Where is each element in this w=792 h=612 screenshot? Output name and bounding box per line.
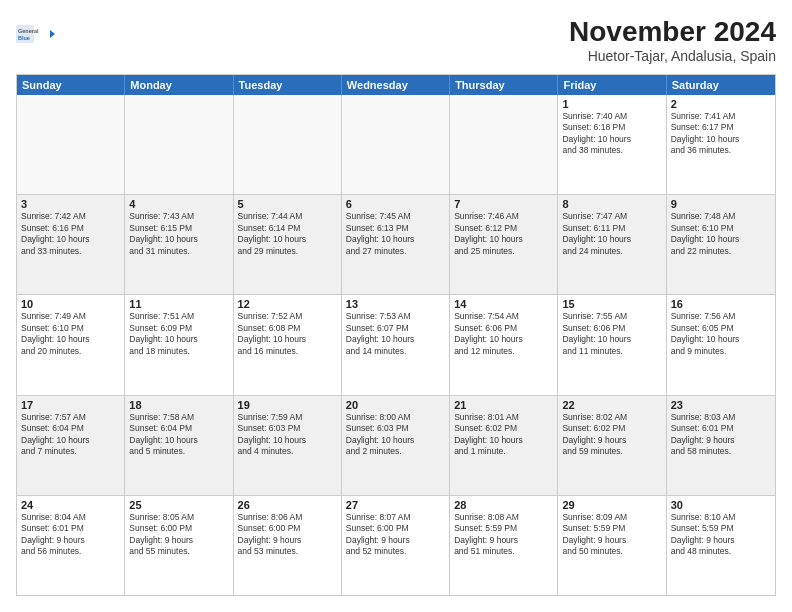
svg-text:General: General: [18, 28, 39, 34]
day-info: Sunrise: 7:44 AM Sunset: 6:14 PM Dayligh…: [238, 211, 337, 257]
day-number: 28: [454, 499, 553, 511]
week-row-1: 1Sunrise: 7:40 AM Sunset: 6:18 PM Daylig…: [17, 95, 775, 195]
day-info: Sunrise: 7:47 AM Sunset: 6:11 PM Dayligh…: [562, 211, 661, 257]
day-number: 21: [454, 399, 553, 411]
weekday-header-tuesday: Tuesday: [234, 75, 342, 95]
header: General Blue November 2024 Huetor-Tajar,…: [16, 16, 776, 64]
weekday-header-wednesday: Wednesday: [342, 75, 450, 95]
week-row-4: 17Sunrise: 7:57 AM Sunset: 6:04 PM Dayli…: [17, 396, 775, 496]
day-number: 19: [238, 399, 337, 411]
day-info: Sunrise: 8:00 AM Sunset: 6:03 PM Dayligh…: [346, 412, 445, 458]
day-number: 27: [346, 499, 445, 511]
day-info: Sunrise: 8:09 AM Sunset: 5:59 PM Dayligh…: [562, 512, 661, 558]
day-info: Sunrise: 7:56 AM Sunset: 6:05 PM Dayligh…: [671, 311, 771, 357]
day-number: 9: [671, 198, 771, 210]
weekday-header-sunday: Sunday: [17, 75, 125, 95]
day-number: 7: [454, 198, 553, 210]
calendar-cell: 17Sunrise: 7:57 AM Sunset: 6:04 PM Dayli…: [17, 396, 125, 495]
calendar-cell: 30Sunrise: 8:10 AM Sunset: 5:59 PM Dayli…: [667, 496, 775, 595]
day-number: 14: [454, 298, 553, 310]
day-info: Sunrise: 7:42 AM Sunset: 6:16 PM Dayligh…: [21, 211, 120, 257]
week-row-5: 24Sunrise: 8:04 AM Sunset: 6:01 PM Dayli…: [17, 496, 775, 595]
calendar-cell: 4Sunrise: 7:43 AM Sunset: 6:15 PM Daylig…: [125, 195, 233, 294]
calendar-cell: 9Sunrise: 7:48 AM Sunset: 6:10 PM Daylig…: [667, 195, 775, 294]
day-info: Sunrise: 7:45 AM Sunset: 6:13 PM Dayligh…: [346, 211, 445, 257]
calendar-cell: 25Sunrise: 8:05 AM Sunset: 6:00 PM Dayli…: [125, 496, 233, 595]
logo-svg: General Blue: [16, 16, 56, 52]
calendar-cell: [17, 95, 125, 194]
calendar-cell: 27Sunrise: 8:07 AM Sunset: 6:00 PM Dayli…: [342, 496, 450, 595]
calendar-cell: 11Sunrise: 7:51 AM Sunset: 6:09 PM Dayli…: [125, 295, 233, 394]
location-subtitle: Huetor-Tajar, Andalusia, Spain: [569, 48, 776, 64]
day-info: Sunrise: 7:46 AM Sunset: 6:12 PM Dayligh…: [454, 211, 553, 257]
day-info: Sunrise: 7:41 AM Sunset: 6:17 PM Dayligh…: [671, 111, 771, 157]
calendar-cell: 15Sunrise: 7:55 AM Sunset: 6:06 PM Dayli…: [558, 295, 666, 394]
calendar: SundayMondayTuesdayWednesdayThursdayFrid…: [16, 74, 776, 596]
logo: General Blue: [16, 16, 56, 52]
page: General Blue November 2024 Huetor-Tajar,…: [0, 0, 792, 612]
day-info: Sunrise: 7:51 AM Sunset: 6:09 PM Dayligh…: [129, 311, 228, 357]
calendar-cell: [450, 95, 558, 194]
day-info: Sunrise: 7:52 AM Sunset: 6:08 PM Dayligh…: [238, 311, 337, 357]
day-number: 15: [562, 298, 661, 310]
calendar-cell: 6Sunrise: 7:45 AM Sunset: 6:13 PM Daylig…: [342, 195, 450, 294]
calendar-cell: 24Sunrise: 8:04 AM Sunset: 6:01 PM Dayli…: [17, 496, 125, 595]
svg-text:Blue: Blue: [18, 35, 30, 41]
calendar-cell: [125, 95, 233, 194]
day-number: 22: [562, 399, 661, 411]
day-number: 23: [671, 399, 771, 411]
day-info: Sunrise: 7:55 AM Sunset: 6:06 PM Dayligh…: [562, 311, 661, 357]
weekday-header-saturday: Saturday: [667, 75, 775, 95]
day-number: 24: [21, 499, 120, 511]
weekday-header-monday: Monday: [125, 75, 233, 95]
day-info: Sunrise: 7:49 AM Sunset: 6:10 PM Dayligh…: [21, 311, 120, 357]
calendar-body: 1Sunrise: 7:40 AM Sunset: 6:18 PM Daylig…: [17, 95, 775, 595]
day-info: Sunrise: 8:04 AM Sunset: 6:01 PM Dayligh…: [21, 512, 120, 558]
month-year-title: November 2024: [569, 16, 776, 48]
day-info: Sunrise: 8:07 AM Sunset: 6:00 PM Dayligh…: [346, 512, 445, 558]
day-number: 10: [21, 298, 120, 310]
calendar-cell: 23Sunrise: 8:03 AM Sunset: 6:01 PM Dayli…: [667, 396, 775, 495]
day-info: Sunrise: 7:58 AM Sunset: 6:04 PM Dayligh…: [129, 412, 228, 458]
day-number: 26: [238, 499, 337, 511]
day-number: 5: [238, 198, 337, 210]
calendar-cell: 7Sunrise: 7:46 AM Sunset: 6:12 PM Daylig…: [450, 195, 558, 294]
week-row-3: 10Sunrise: 7:49 AM Sunset: 6:10 PM Dayli…: [17, 295, 775, 395]
weekday-header-friday: Friday: [558, 75, 666, 95]
day-info: Sunrise: 8:01 AM Sunset: 6:02 PM Dayligh…: [454, 412, 553, 458]
calendar-cell: 8Sunrise: 7:47 AM Sunset: 6:11 PM Daylig…: [558, 195, 666, 294]
calendar-cell: 5Sunrise: 7:44 AM Sunset: 6:14 PM Daylig…: [234, 195, 342, 294]
day-number: 13: [346, 298, 445, 310]
calendar-cell: 1Sunrise: 7:40 AM Sunset: 6:18 PM Daylig…: [558, 95, 666, 194]
day-info: Sunrise: 7:54 AM Sunset: 6:06 PM Dayligh…: [454, 311, 553, 357]
calendar-cell: 14Sunrise: 7:54 AM Sunset: 6:06 PM Dayli…: [450, 295, 558, 394]
calendar-cell: 29Sunrise: 8:09 AM Sunset: 5:59 PM Dayli…: [558, 496, 666, 595]
calendar-header: SundayMondayTuesdayWednesdayThursdayFrid…: [17, 75, 775, 95]
calendar-cell: 18Sunrise: 7:58 AM Sunset: 6:04 PM Dayli…: [125, 396, 233, 495]
day-info: Sunrise: 7:48 AM Sunset: 6:10 PM Dayligh…: [671, 211, 771, 257]
day-number: 17: [21, 399, 120, 411]
day-number: 25: [129, 499, 228, 511]
day-info: Sunrise: 8:06 AM Sunset: 6:00 PM Dayligh…: [238, 512, 337, 558]
title-block: November 2024 Huetor-Tajar, Andalusia, S…: [569, 16, 776, 64]
calendar-cell: 13Sunrise: 7:53 AM Sunset: 6:07 PM Dayli…: [342, 295, 450, 394]
day-number: 1: [562, 98, 661, 110]
day-info: Sunrise: 8:10 AM Sunset: 5:59 PM Dayligh…: [671, 512, 771, 558]
day-info: Sunrise: 7:59 AM Sunset: 6:03 PM Dayligh…: [238, 412, 337, 458]
day-number: 3: [21, 198, 120, 210]
day-number: 29: [562, 499, 661, 511]
day-number: 30: [671, 499, 771, 511]
calendar-cell: 22Sunrise: 8:02 AM Sunset: 6:02 PM Dayli…: [558, 396, 666, 495]
day-info: Sunrise: 7:43 AM Sunset: 6:15 PM Dayligh…: [129, 211, 228, 257]
day-number: 2: [671, 98, 771, 110]
day-info: Sunrise: 8:03 AM Sunset: 6:01 PM Dayligh…: [671, 412, 771, 458]
day-number: 11: [129, 298, 228, 310]
day-number: 4: [129, 198, 228, 210]
day-info: Sunrise: 7:53 AM Sunset: 6:07 PM Dayligh…: [346, 311, 445, 357]
calendar-cell: 3Sunrise: 7:42 AM Sunset: 6:16 PM Daylig…: [17, 195, 125, 294]
day-number: 20: [346, 399, 445, 411]
day-number: 8: [562, 198, 661, 210]
day-number: 6: [346, 198, 445, 210]
calendar-cell: 12Sunrise: 7:52 AM Sunset: 6:08 PM Dayli…: [234, 295, 342, 394]
day-info: Sunrise: 8:02 AM Sunset: 6:02 PM Dayligh…: [562, 412, 661, 458]
